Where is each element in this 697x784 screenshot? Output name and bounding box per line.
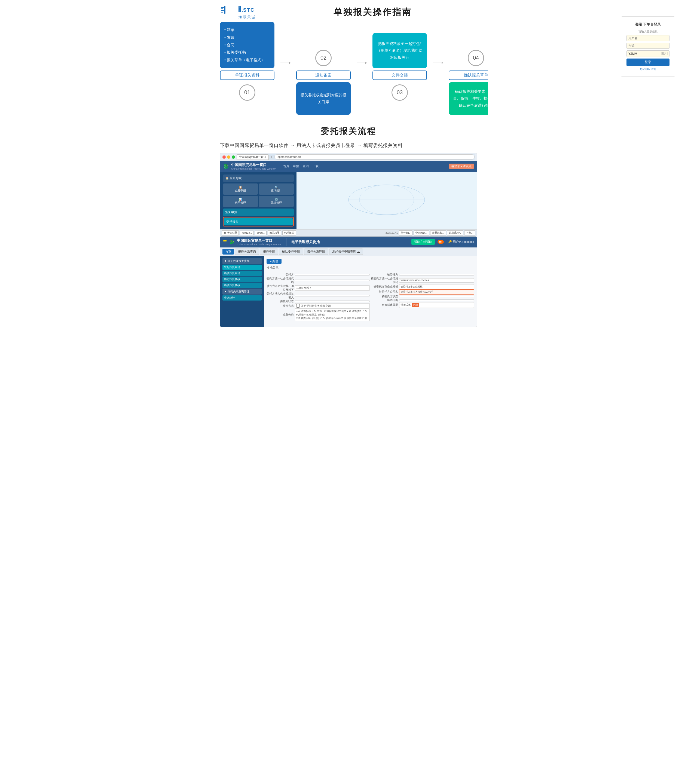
form-label7: 业务分类	[267, 313, 294, 316]
nav-menu-item2[interactable]: 申报	[293, 164, 299, 168]
form-label-r6: 签约日期	[371, 298, 398, 302]
form-title: 报托关系	[267, 266, 474, 271]
browser-header1: 中国国际贸易单一窗口 + eport.chinatrade.cn	[220, 153, 477, 161]
svg-text:STC: STC	[243, 7, 255, 13]
nav-menu-item3[interactable]: 查询	[303, 164, 309, 168]
btab2[interactable]: hao123...	[240, 231, 254, 235]
btab9[interactable]: 易易通APC	[447, 230, 463, 236]
app-nav1: 🐉 中国国际贸易单一窗口 China International Trade S…	[220, 161, 477, 172]
tab5[interactable]: 撤托关系详情	[304, 249, 328, 255]
form-row-r3: 被委托方市企业规模 被委托方市企业规模	[371, 284, 474, 289]
tab2[interactable]: 报托关系查询	[235, 249, 259, 255]
form-value-r5[interactable]	[399, 296, 474, 297]
date-text: 清单.0条	[400, 303, 411, 307]
step4-label: 确认报关草单	[449, 71, 488, 80]
svg-rect-4	[224, 6, 226, 13]
form-value6[interactable]: 开始委托行业务功能之题	[295, 303, 370, 309]
step4-text: 确认报关相关要素、如数量、货值、件数、抬头等、确认完毕后进行报关	[453, 88, 488, 109]
form-value2[interactable]	[295, 280, 370, 281]
form-row2: 委托方统一社会信用代码	[267, 277, 370, 284]
tab3[interactable]: 报托申请	[260, 249, 278, 255]
form-row-r7: 有效截止日期 清单.0条 必填	[371, 302, 474, 308]
form-value4[interactable]	[295, 295, 370, 296]
logo: STC 海顺天诚	[220, 5, 260, 19]
svg-rect-5	[221, 7, 224, 8]
form-value-r4[interactable]: 被委托方市法人代理 法人代理	[399, 289, 474, 295]
sidebar-left: 🏠 全景导航 📋业务申报 🔍查询统计 📊信用管理 ⚙️系统管理 业务申报 委托报…	[220, 172, 297, 229]
btab7[interactable]: 中国国际...	[414, 230, 429, 236]
form-value-r3[interactable]: 被委托方市企业规模	[399, 284, 474, 289]
checkbox1[interactable]	[296, 304, 300, 308]
btab3[interactable]: ePort...	[255, 231, 267, 235]
form-value5[interactable]	[295, 301, 370, 302]
form-value-r6[interactable]	[399, 300, 474, 301]
btab4[interactable]: 海关总署	[268, 230, 281, 236]
form-label3: 委托方市企业规模 100位及以下	[267, 284, 294, 292]
logo-icon	[220, 5, 236, 19]
world-map	[346, 183, 427, 216]
form-value3[interactable]: 100位及以下	[295, 285, 370, 291]
minimize-btn	[227, 155, 230, 159]
add-btn-area: + 新增	[267, 259, 474, 264]
btab10[interactable]: 马电...	[464, 230, 475, 236]
svg-marker-15	[366, 62, 367, 64]
address-bar[interactable]: eport.chinatrade.cn	[274, 154, 475, 160]
form-value7[interactable]: ○ A. 进单报检 ○ B. 申通、联系配套实现书划的 ● C. 破断委托 □ …	[295, 309, 370, 321]
sidebar2-item2[interactable]: 确认报托申请	[222, 270, 262, 276]
sidebar-sim-item6[interactable]: 委托报关	[224, 218, 293, 226]
form-row-r2: 被委托方统一社会信用代码 W1UUIYOOIA/OIMTV0AA	[371, 277, 474, 284]
nav-menu-item1[interactable]: 首页	[283, 164, 289, 168]
form-row-r1: 被委托方	[371, 273, 474, 277]
step2-text: 报关委托权发送到对应的报关口岸	[301, 92, 346, 105]
browser-tabs: 中国国际贸易单一窗口 + eport.chinatrade.cn	[237, 154, 475, 160]
main-content2: + 新增 报托关系 委托方 委托方统一社会信用代码	[264, 256, 477, 327]
new-tab-btn[interactable]: +	[270, 155, 273, 160]
step3-card: 把报关资料放至一起打包*（用单号命名）发给我司给对应报关行	[372, 33, 427, 68]
ip-display: 202.127.41	[386, 231, 398, 234]
sidebar-icon1[interactable]: 📋业务申报	[223, 183, 258, 194]
tab1[interactable]: 首页	[222, 249, 234, 255]
form-value-r1	[399, 274, 474, 275]
form-value-r7[interactable]: 清单.0条 必填	[399, 302, 474, 308]
step1-circle: 01	[239, 84, 255, 101]
logo-stc: STC	[239, 6, 260, 15]
form-value-r2[interactable]: W1UUIYOOIA/OIMTV0AA	[399, 278, 474, 283]
sidebar2-item4[interactable]: 确认报托协议	[222, 283, 262, 288]
login-status-badge: 请登录 - 请认证	[449, 164, 474, 169]
error-badge: 必填	[412, 303, 419, 307]
form-label-r5: 被委托方状态	[371, 295, 398, 298]
step1-card: • 箱单 • 发票 • 合同 • 报关委托书 • 报关草单（电子格式）	[220, 22, 274, 68]
btab6[interactable]: 单一窗口	[399, 230, 412, 236]
notification-badge: 04	[438, 240, 444, 244]
sidebar-sim-item5[interactable]: 业务申报	[223, 209, 294, 216]
tab6[interactable]: 发起报托申请查询 ☁	[329, 249, 363, 255]
svg-rect-10	[242, 11, 242, 12]
nav2-divider	[286, 238, 287, 246]
nav2-subtitle-text: 电子代理报关委托	[291, 240, 320, 244]
btab1[interactable]: 🖥 华机心通	[222, 230, 239, 236]
step2-circle-top: 02	[296, 33, 351, 68]
svg-rect-6	[221, 10, 224, 11]
sidebar2-item3[interactable]: 签订报托协议	[222, 277, 262, 282]
nav-menu-item4[interactable]: 下载	[313, 164, 318, 168]
btab5[interactable]: 代理报关	[282, 230, 296, 236]
page-title: 单独报关操作指南	[269, 6, 477, 18]
screenshot2-container: ☰ 🐉 中国国际贸易单一窗口 China International Trade…	[220, 237, 477, 327]
flow-section: • 箱单 • 发票 • 合同 • 报关委托书 • 报关草单（电子格式） 02 把…	[220, 22, 477, 115]
sidebar-sim-item1[interactable]: 🏠 全景导航	[223, 175, 294, 182]
step4-circle: 04	[468, 50, 484, 66]
tab4[interactable]: 确认委托申请	[279, 249, 303, 255]
btab8[interactable]: 普通进出...	[430, 230, 446, 236]
sidebar-icon2[interactable]: 🔍查询统计	[259, 183, 294, 194]
form-row1: 委托方	[267, 273, 370, 277]
sidebar-highlight: 委托报关	[223, 217, 294, 226]
nav-subtitle: China International Trade Single Window	[231, 167, 275, 170]
form-row7: 业务分类 ○ A. 进单报检 ○ B. 申通、联系配套实现书划的 ● C. 破断…	[267, 309, 370, 321]
online-help-btn[interactable]: 帮助在线帮助	[411, 239, 435, 245]
sidebar2-section2: ▼ 报托关系查询管理	[222, 288, 262, 295]
add-button[interactable]: + 新增	[267, 259, 282, 264]
sidebar-icon4[interactable]: ⚙️系统管理	[259, 196, 294, 207]
sidebar-icon3[interactable]: 📊信用管理	[223, 196, 258, 207]
sidebar2-item1[interactable]: 发起报托申请	[222, 265, 262, 270]
sidebar2-item5[interactable]: 查询统计	[222, 295, 262, 301]
